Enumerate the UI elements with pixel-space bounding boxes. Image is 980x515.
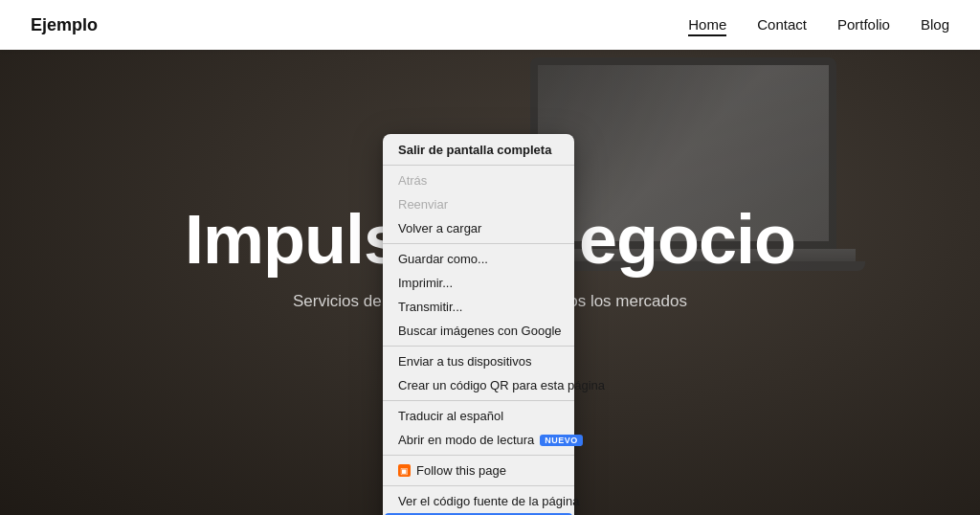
nav-item-blog[interactable]: Blog: [921, 16, 949, 34]
ctx-forward: Reenviar: [383, 192, 574, 216]
ctx-save-as[interactable]: Guardar como...: [383, 247, 574, 271]
ctx-reload[interactable]: Volver a cargar: [383, 216, 574, 240]
nav-link-portfolio[interactable]: Portfolio: [837, 16, 890, 33]
ctx-view-source[interactable]: Ver el código fuente de la página: [383, 489, 574, 513]
ctx-reader-mode[interactable]: Abrir en modo de lectura NUEVO: [383, 428, 574, 452]
ctx-separator-5: [383, 455, 574, 456]
ctx-cast[interactable]: Transmitir...: [383, 295, 574, 319]
ctx-translate[interactable]: Traducir al español: [383, 404, 574, 428]
ctx-send-devices[interactable]: Enviar a tus dispositivos: [383, 349, 574, 373]
rss-icon: ▣: [398, 464, 411, 477]
context-menu: Salir de pantalla completa Atrás Reenvia…: [383, 134, 574, 515]
ctx-separator-3: [383, 346, 574, 347]
nav-item-contact[interactable]: Contact: [757, 16, 807, 34]
navbar: Ejemplo Home Contact Portfolio Blog: [0, 0, 980, 50]
reader-mode-badge: NUEVO: [540, 435, 583, 446]
ctx-separator-6: [383, 485, 574, 486]
nav-link-contact[interactable]: Contact: [757, 16, 807, 33]
ctx-separator-2: [383, 243, 574, 244]
nav-item-home[interactable]: Home: [688, 16, 726, 34]
ctx-separator-4: [383, 400, 574, 401]
brand-logo[interactable]: Ejemplo: [31, 15, 98, 35]
nav-item-portfolio[interactable]: Portfolio: [837, 16, 890, 34]
ctx-follow-page[interactable]: ▣ Follow this page: [383, 459, 574, 482]
nav-link-blog[interactable]: Blog: [921, 16, 949, 33]
ctx-print[interactable]: Imprimir...: [383, 271, 574, 295]
nav-link-home[interactable]: Home: [688, 16, 726, 36]
ctx-qr-code[interactable]: Crear un código QR para esta página: [383, 373, 574, 397]
ctx-search-images[interactable]: Buscar imágenes con Google: [383, 319, 574, 343]
ctx-exit-fullscreen[interactable]: Salir de pantalla completa: [383, 138, 574, 162]
ctx-back: Atrás: [383, 168, 574, 192]
nav-links: Home Contact Portfolio Blog: [688, 16, 949, 34]
ctx-separator-1: [383, 165, 574, 166]
